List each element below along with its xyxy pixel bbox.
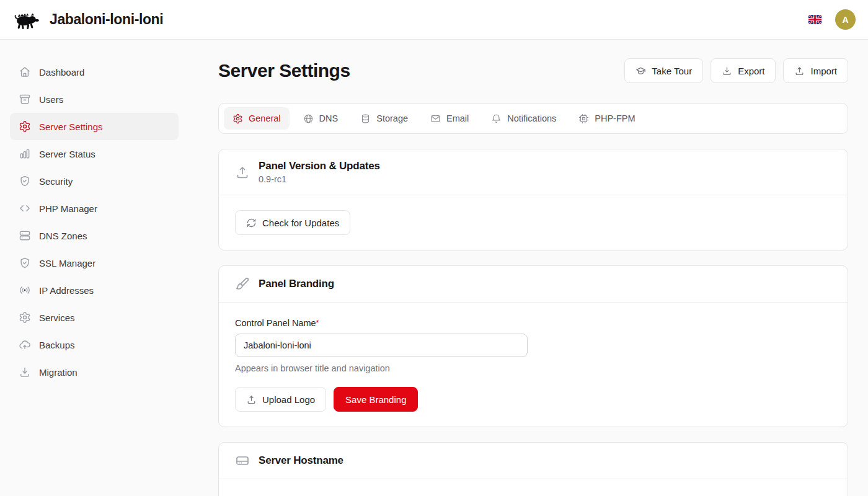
control-panel-name-label: Control Panel Name* [235,318,319,328]
user-avatar[interactable]: A [835,9,856,30]
hard-drive-icon [235,453,250,468]
sidebar-item-label: IP Addresses [39,285,94,296]
card-title: Panel Version & Updates [259,160,380,172]
uk-flag-icon[interactable] [808,15,822,24]
sidebar-item-ssl-manager[interactable]: SSL Manager [10,249,179,277]
shield-check-icon [19,175,31,187]
sidebar-item-services[interactable]: Services [10,304,179,331]
sidebar-item-dashboard[interactable]: Dashboard [10,58,179,86]
sidebar-item-server-status[interactable]: Server Status [10,140,179,167]
settings-tabs: General DNS Storage Email Notifications … [218,103,848,134]
required-marker: * [316,318,319,327]
sidebar-item-php-manager[interactable]: PHP Manager [10,195,179,222]
card-title: Panel Branding [259,278,334,290]
gear-icon [19,120,31,133]
save-branding-button[interactable]: Save Branding [334,387,418,412]
refresh-icon [246,218,257,228]
sidebar-item-migration[interactable]: Migration [10,358,179,386]
archive-icon [19,93,31,105]
sidebar-item-dns-zones[interactable]: DNS Zones [10,222,179,249]
download-icon [19,366,31,378]
app-header: Jabaloni-loni-loni A [0,0,868,40]
home-icon [19,66,31,78]
tab-email[interactable]: Email [422,107,477,130]
gear-icon [19,311,31,324]
sidebar-item-ip-addresses[interactable]: IP Addresses [10,277,179,304]
database-icon [360,113,371,124]
page-title: Server Settings [218,60,350,81]
panel-version-card: Panel Version & Updates 0.9-rc1 Check fo… [218,149,848,250]
sidebar-item-server-settings[interactable]: Server Settings [10,113,179,140]
sidebar-item-label: Backups [39,340,75,350]
gear-icon [232,113,243,124]
paintbrush-icon [235,277,250,291]
brand[interactable]: Jabaloni-loni-loni [12,9,163,31]
sidebar-item-label: DNS Zones [39,231,87,241]
server-icon [19,229,31,242]
take-tour-button[interactable]: Take Tour [624,58,703,83]
current-version: 0.9-rc1 [259,174,380,184]
download-icon [722,66,732,76]
panel-branding-card: Panel Branding Control Panel Name* Appea… [218,265,848,427]
shield-check-icon [19,257,31,269]
mail-icon [430,113,441,124]
bell-icon [491,113,502,124]
graduation-cap-icon [636,66,646,76]
export-button[interactable]: Export [711,58,776,83]
sidebar-item-label: Server Settings [39,122,103,132]
tab-storage[interactable]: Storage [352,107,417,130]
sidebar-item-label: Dashboard [39,67,84,78]
main-content: Server Settings Take Tour Export Import … [188,40,868,496]
sidebar: Dashboard Users Server Settings Server S… [0,40,188,496]
sidebar-item-label: Services [39,312,75,323]
cloud-upload-icon [19,339,31,351]
cpu-icon [578,113,589,124]
upload-logo-button[interactable]: Upload Logo [235,387,326,412]
field-helper-text: Appears in browser title and navigation [235,363,831,373]
check-updates-button[interactable]: Check for Updates [235,210,350,235]
broadcast-icon [19,284,31,296]
app-title: Jabaloni-loni-loni [50,11,163,28]
sidebar-item-label: SSL Manager [39,258,95,268]
tab-php-fpm[interactable]: PHP-FPM [570,107,644,130]
sidebar-item-users[interactable]: Users [10,86,179,113]
tab-dns[interactable]: DNS [294,107,347,130]
sidebar-item-label: Security [39,176,73,187]
sidebar-item-backups[interactable]: Backups [10,331,179,358]
upload-icon [235,165,250,180]
globe-icon [303,113,314,124]
card-title: Server Hostname [259,454,343,467]
server-hostname-card: Server Hostname Hostname* [218,442,848,496]
tab-notifications[interactable]: Notifications [482,107,565,130]
control-panel-name-input[interactable] [235,334,528,357]
sidebar-item-label: Server Status [39,149,95,159]
sidebar-item-label: PHP Manager [39,203,97,214]
code-icon [19,202,31,215]
page-actions: Take Tour Export Import [624,58,848,83]
upload-icon [794,66,805,76]
upload-icon [246,394,257,405]
tab-general[interactable]: General [224,107,290,130]
sidebar-item-label: Migration [39,367,78,378]
sidebar-item-security[interactable]: Security [10,167,179,195]
sidebar-item-label: Users [39,94,63,105]
import-button[interactable]: Import [783,58,848,83]
bar-chart-icon [19,148,31,160]
boar-logo-icon [12,9,41,31]
